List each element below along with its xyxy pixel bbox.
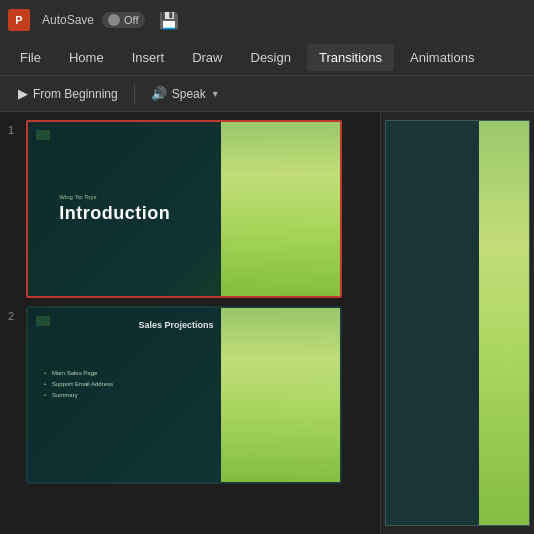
slide2-bullets: Main Sales Page Support Email Address Su… bbox=[44, 370, 213, 403]
bullet-2: Support Email Address bbox=[44, 381, 213, 387]
save-icon[interactable]: 💾 bbox=[159, 11, 179, 30]
speak-button[interactable]: 🔊 Speak ▼ bbox=[143, 82, 228, 105]
menu-bar: File Home Insert Draw Design Transitions… bbox=[0, 40, 534, 76]
slides-panel: 1 Wing Tip Toys Introduction 2 Sales Pro… bbox=[0, 112, 380, 534]
slide1-logo bbox=[36, 130, 50, 140]
menu-design[interactable]: Design bbox=[239, 44, 303, 71]
right-panel-slide bbox=[385, 120, 530, 526]
toolbar: ▶ From Beginning 🔊 Speak ▼ bbox=[0, 76, 534, 112]
slide-thumbnail-1[interactable]: Wing Tip Toys Introduction bbox=[26, 120, 342, 298]
toolbar-divider bbox=[134, 84, 135, 104]
speak-icon: 🔊 bbox=[151, 86, 167, 101]
speak-dropdown-arrow: ▼ bbox=[211, 89, 220, 99]
menu-file[interactable]: File bbox=[8, 44, 53, 71]
slide1-gradient bbox=[221, 122, 340, 296]
toggle-dot bbox=[108, 14, 120, 26]
slide2-gradient bbox=[221, 308, 340, 482]
autosave-toggle[interactable]: Off bbox=[102, 12, 144, 28]
play-icon: ▶ bbox=[18, 86, 28, 101]
menu-draw[interactable]: Draw bbox=[180, 44, 234, 71]
slide2-title: Sales Projections bbox=[44, 320, 213, 330]
slide1-text-area: Wing Tip Toys Introduction bbox=[59, 194, 170, 224]
menu-home[interactable]: Home bbox=[57, 44, 116, 71]
menu-transitions[interactable]: Transitions bbox=[307, 44, 394, 71]
slide2-content: Sales Projections Main Sales Page Suppor… bbox=[36, 308, 221, 482]
app-logo: P bbox=[8, 9, 30, 31]
main-content: 1 Wing Tip Toys Introduction 2 Sales Pro… bbox=[0, 112, 534, 534]
menu-insert[interactable]: Insert bbox=[120, 44, 177, 71]
slide-item-1: 1 Wing Tip Toys Introduction bbox=[8, 120, 372, 298]
bullet-3: Summary bbox=[44, 392, 213, 398]
slide-number-1: 1 bbox=[8, 124, 20, 136]
bullet-1: Main Sales Page bbox=[44, 370, 213, 376]
slide1-title: Introduction bbox=[59, 203, 170, 224]
from-beginning-label: From Beginning bbox=[33, 87, 118, 101]
autosave-label: AutoSave bbox=[42, 13, 94, 27]
slide-item-2: 2 Sales Projections Main Sales Page Supp… bbox=[8, 306, 372, 484]
slide-number-2: 2 bbox=[8, 310, 20, 322]
slide-thumbnail-2[interactable]: Sales Projections Main Sales Page Suppor… bbox=[26, 306, 342, 484]
speak-label: Speak bbox=[172, 87, 206, 101]
slide1-subtitle: Wing Tip Toys bbox=[59, 194, 170, 200]
menu-animations[interactable]: Animations bbox=[398, 44, 486, 71]
toggle-state: Off bbox=[124, 14, 138, 26]
from-beginning-button[interactable]: ▶ From Beginning bbox=[10, 82, 126, 105]
title-bar: P AutoSave Off 💾 bbox=[0, 0, 534, 40]
right-panel-gradient bbox=[479, 121, 529, 525]
right-panel bbox=[380, 112, 534, 534]
